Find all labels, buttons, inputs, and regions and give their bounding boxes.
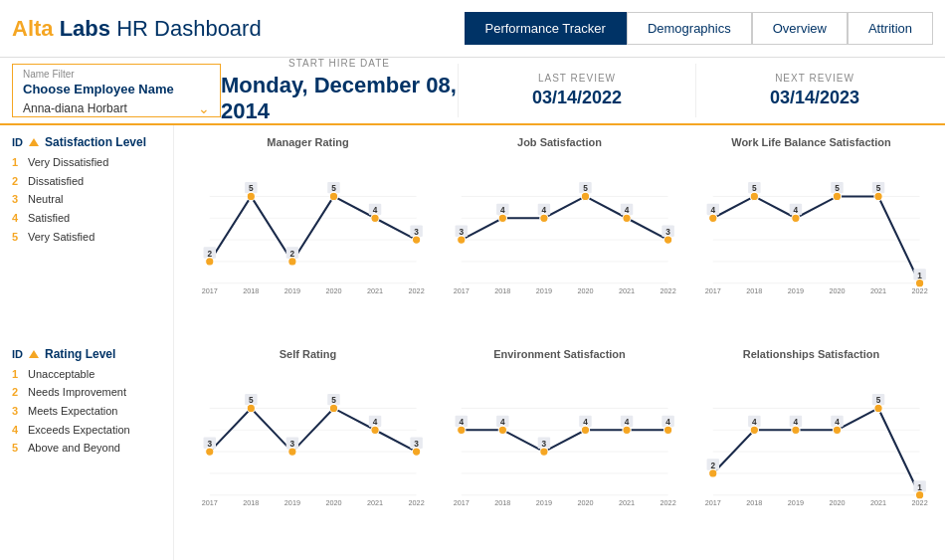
- chart-cell: Work Life Balance Satisfaction4201752018…: [685, 131, 937, 343]
- list-item: 2Dissatisfied: [12, 172, 163, 191]
- svg-text:3: 3: [414, 438, 419, 448]
- svg-text:2022: 2022: [661, 286, 676, 295]
- name-filter-box: Name Filter Choose Employee Name Anna-di…: [12, 64, 221, 117]
- svg-point-69: [750, 192, 758, 200]
- svg-text:4: 4: [542, 205, 547, 215]
- filter-row: Name Filter Choose Employee Name Anna-di…: [0, 58, 945, 125]
- svg-text:4: 4: [373, 417, 378, 427]
- selected-employee-name: Anna-diana Horbart: [23, 101, 127, 115]
- start-hire-date-value: Monday, December 08, 2014: [221, 73, 458, 124]
- svg-point-135: [581, 426, 589, 434]
- svg-text:2020: 2020: [325, 286, 341, 295]
- svg-text:4: 4: [625, 417, 630, 427]
- nav-tabs: Performance Tracker Demographics Overvie…: [465, 12, 933, 45]
- svg-point-23: [371, 214, 379, 222]
- svg-text:2: 2: [290, 249, 295, 259]
- employee-name-dropdown[interactable]: Anna-diana Horbart ⌄: [23, 100, 210, 116]
- rating-legend: ID Rating Level 1Unacceptable 2Needs Imp…: [12, 347, 163, 551]
- header: Alta Labs HR Dashboard Performance Track…: [0, 0, 945, 58]
- svg-text:3: 3: [459, 227, 464, 237]
- svg-text:2017: 2017: [705, 498, 721, 507]
- chart-title: Environment Satisfaction: [493, 348, 626, 360]
- svg-text:2018: 2018: [243, 498, 259, 507]
- sort-asc-icon[interactable]: [29, 138, 39, 146]
- svg-text:2017: 2017: [202, 286, 218, 295]
- svg-text:4: 4: [625, 205, 630, 215]
- svg-point-139: [623, 426, 631, 434]
- svg-text:5: 5: [876, 183, 881, 193]
- svg-text:2021: 2021: [619, 498, 635, 507]
- chart-title: Job Satisfaction: [517, 136, 602, 148]
- svg-text:4: 4: [835, 417, 840, 427]
- tab-demographics[interactable]: Demographics: [627, 12, 752, 45]
- rating-id-label: ID: [12, 348, 23, 360]
- svg-text:5: 5: [331, 395, 336, 405]
- svg-text:2017: 2017: [454, 286, 470, 295]
- chart-cell: Relationships Satisfaction22017420184201…: [685, 343, 937, 555]
- title-labs: Labs: [54, 16, 110, 41]
- svg-text:2022: 2022: [912, 498, 928, 507]
- satisfaction-legend-title: Satisfaction Level: [45, 135, 146, 149]
- tab-attrition[interactable]: Attrition: [848, 12, 933, 45]
- svg-text:5: 5: [835, 183, 840, 193]
- list-item: 3Meets Expectation: [12, 402, 163, 421]
- tab-performance-tracker[interactable]: Performance Tracker: [465, 12, 627, 45]
- title-hr: HR Dashboard: [110, 16, 262, 41]
- satisfaction-legend-items: 1Very Dissatisfied 2Dissatisfied 3Neutra…: [12, 153, 163, 246]
- line-chart-svg: 320174201842019520204202132022: [441, 150, 678, 338]
- sort-asc-icon-2[interactable]: [29, 350, 39, 358]
- svg-text:5: 5: [331, 183, 336, 193]
- svg-point-94: [206, 447, 214, 455]
- svg-point-77: [833, 192, 841, 200]
- next-review-block: NEXT REVIEW 03/14/2023: [696, 64, 933, 117]
- svg-text:2: 2: [207, 249, 212, 259]
- svg-point-168: [874, 404, 882, 412]
- chart-title: Work Life Balance Satisfaction: [731, 136, 891, 148]
- start-hire-date-block: START HIRE DATE Monday, December 08, 201…: [221, 64, 459, 117]
- svg-text:4: 4: [794, 417, 799, 427]
- chart-wrapper: 320174201842019520204202132022: [441, 150, 678, 338]
- svg-point-160: [792, 426, 800, 434]
- chart-wrapper: 420175201842019520205202112022: [692, 150, 930, 338]
- line-chart-svg: 220175201822019520204202132022: [189, 150, 427, 338]
- svg-point-81: [874, 192, 882, 200]
- chart-title: Manager Rating: [267, 136, 349, 148]
- svg-point-152: [709, 468, 717, 476]
- next-review-label: NEXT REVIEW: [775, 73, 854, 84]
- chart-title: Self Rating: [280, 348, 336, 360]
- svg-text:4: 4: [794, 205, 799, 215]
- svg-text:4: 4: [373, 205, 378, 215]
- list-item: 3Neutral: [12, 190, 163, 209]
- name-filter-label: Name Filter: [23, 69, 210, 80]
- svg-text:2019: 2019: [284, 498, 300, 507]
- legend-panel: ID Satisfaction Level 1Very Dissatisfied…: [0, 125, 174, 560]
- svg-point-19: [329, 192, 337, 200]
- svg-text:2022: 2022: [661, 498, 676, 507]
- svg-point-123: [458, 426, 466, 434]
- svg-text:3: 3: [207, 438, 212, 448]
- rating-legend-items: 1Unacceptable 2Needs Improvement 3Meets …: [12, 365, 163, 458]
- chart-cell: Self Rating32017520183201952020420213202…: [182, 343, 434, 555]
- svg-text:5: 5: [249, 183, 254, 193]
- svg-text:4: 4: [710, 205, 715, 215]
- line-chart-svg: 220174201842019420205202112022: [692, 362, 930, 550]
- svg-text:4: 4: [459, 417, 464, 427]
- svg-text:3: 3: [414, 227, 419, 237]
- svg-text:2: 2: [710, 460, 715, 469]
- chart-cell: Job Satisfaction320174201842019520204202…: [434, 131, 685, 343]
- chart-title: Relationships Satisfaction: [743, 348, 880, 360]
- svg-text:5: 5: [249, 395, 254, 405]
- svg-point-15: [288, 258, 296, 266]
- list-item: 5Above and Beyond: [12, 439, 163, 458]
- svg-point-7: [206, 258, 214, 266]
- svg-point-110: [371, 426, 379, 434]
- list-item: 1Very Dissatisfied: [12, 153, 163, 172]
- svg-point-56: [663, 236, 671, 244]
- app-title: Alta Labs HR Dashboard: [12, 16, 262, 42]
- svg-point-11: [247, 192, 255, 200]
- svg-point-143: [663, 426, 671, 434]
- start-hire-date-label: START HIRE DATE: [288, 58, 390, 69]
- svg-text:4: 4: [500, 417, 505, 427]
- tab-overview[interactable]: Overview: [752, 12, 848, 45]
- svg-point-127: [498, 426, 506, 434]
